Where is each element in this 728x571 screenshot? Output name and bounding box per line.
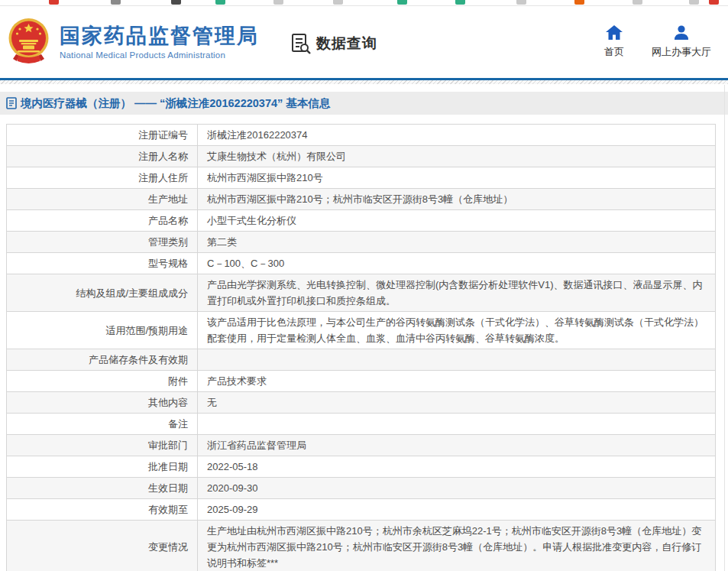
tab-favicon (455, 0, 465, 5)
row-label: 注册证编号 (7, 125, 198, 146)
row-value: 2025-09-29 (198, 499, 716, 521)
data-query-heading: 数据查询 (291, 33, 377, 54)
table-row: 有效期至2025-09-29 (7, 499, 716, 521)
row-value: C－100、C－300 (198, 253, 716, 274)
row-label: 变更情况 (7, 521, 198, 571)
spacer (0, 115, 728, 124)
row-label: 生效日期 (7, 478, 198, 499)
tab-favicon (215, 0, 225, 5)
data-query-label: 数据查询 (316, 34, 377, 54)
info-table-body: 注册证编号浙械注准20162220374注册人名称艾康生物技术（杭州）有限公司注… (7, 125, 716, 571)
table-row: 变更情况生产地址由杭州市西湖区振中路210号；杭州市余杭区芝麻坞22-1号；杭州… (7, 521, 716, 571)
table-row: 注册证编号浙械注准20162220374 (7, 125, 716, 146)
row-label: 其他内容 (7, 392, 198, 414)
row-label: 管理类别 (7, 232, 198, 253)
nmpa-emblem-logo (7, 17, 50, 67)
row-value: 2020-09-30 (198, 478, 716, 499)
row-value: 第二类 (198, 232, 716, 253)
tab-favicon (333, 0, 343, 5)
nav-home-label: 首页 (604, 45, 624, 59)
row-value: 小型干式生化分析仪 (198, 210, 716, 232)
tab-favicon (171, 0, 181, 5)
spacer (0, 84, 728, 92)
row-label: 产品储存条件及有效期 (7, 349, 198, 371)
agency-title-block: 国家药品监督管理局 National Medical Products Admi… (60, 24, 259, 60)
nav-online-hall[interactable]: 网上办事大厅 (652, 25, 711, 59)
table-row: 产品储存条件及有效期 (7, 349, 716, 371)
tab-favicon (516, 0, 526, 5)
home-icon (606, 25, 623, 40)
row-label: 型号规格 (7, 253, 198, 274)
nav-home[interactable]: 首页 (604, 25, 624, 59)
row-value (198, 349, 716, 371)
page-title: 境内医疗器械（注册） —— “浙械注准20162220374” 基本信息 (21, 96, 330, 111)
row-label: 备注 (7, 414, 198, 435)
row-value: 无 (198, 392, 716, 414)
table-row: 注册人住所杭州市西湖区振中路210号 (7, 167, 716, 189)
row-value: 生产地址由杭州市西湖区振中路210号；杭州市余杭区芝麻坞22-1号；杭州市临安区… (198, 521, 716, 571)
tab-favicon (49, 0, 59, 5)
row-value: 杭州市西湖区振中路210号；杭州市临安区开源街8号3幢（仓库地址） (198, 189, 716, 210)
table-row: 备注 (7, 414, 716, 435)
table-row: 审批部门浙江省药品监督管理局 (7, 435, 716, 456)
row-value: 杭州市西湖区振中路210号 (198, 167, 716, 189)
tab-favicon (689, 0, 699, 5)
table-row: 适用范围/预期用途该产品适用于比色法原理，与本公司生产的谷丙转氨酶测试条（干式化… (7, 312, 716, 349)
browser-tab-strip (0, 0, 728, 6)
table-row: 其他内容无 (7, 392, 716, 414)
nav-online-hall-label: 网上办事大厅 (652, 45, 711, 59)
row-label: 结构及组成/主要组成成分 (7, 274, 198, 312)
row-value: 产品技术要求 (198, 371, 716, 392)
registration-info-table: 注册证编号浙械注准20162220374注册人名称艾康生物技术（杭州）有限公司注… (6, 124, 716, 571)
site-header: 国家药品监督管理局 National Medical Products Admi… (0, 6, 728, 78)
row-label: 产品名称 (7, 210, 198, 232)
table-row: 注册人名称艾康生物技术（杭州）有限公司 (7, 146, 716, 167)
page-title-bar: 境内医疗器械（注册） —— “浙械注准20162220374” 基本信息 (0, 92, 728, 115)
tab-favicon (111, 0, 121, 5)
row-label: 审批部门 (7, 435, 198, 456)
user-icon (674, 25, 689, 40)
tab-favicon (397, 0, 407, 5)
row-label: 附件 (7, 371, 198, 392)
document-icon (6, 97, 17, 109)
table-row: 管理类别第二类 (7, 232, 716, 253)
row-value: 艾康生物技术（杭州）有限公司 (198, 146, 716, 167)
table-row: 生产地址杭州市西湖区振中路210号；杭州市临安区开源街8号3幢（仓库地址） (7, 189, 716, 210)
row-label: 适用范围/预期用途 (7, 312, 198, 349)
header-nav: 首页 网上办事大厅 (604, 25, 711, 59)
tab-favicon (709, 0, 719, 5)
table-row: 生效日期2020-09-30 (7, 478, 716, 499)
document-search-icon (291, 33, 312, 54)
row-value: 该产品适用于比色法原理，与本公司生产的谷丙转氨酶测试条（干式化学法）、谷草转氨酶… (198, 312, 716, 349)
row-label: 注册人住所 (7, 167, 198, 189)
scrollbar-edge (724, 85, 725, 571)
agency-name-zh: 国家药品监督管理局 (60, 24, 259, 47)
row-label: 生产地址 (7, 189, 198, 210)
row-label: 批准日期 (7, 456, 198, 478)
row-value: 产品由光学探测系统、光电转换控制、微处理器控制(内含数据分析处理软件V1)、数据… (198, 274, 716, 312)
row-value: 浙江省药品监督管理局 (198, 435, 716, 456)
row-value (198, 414, 716, 435)
row-label: 有效期至 (7, 499, 198, 521)
tab-favicon (574, 0, 584, 5)
table-row: 结构及组成/主要组成成分产品由光学探测系统、光电转换控制、微处理器控制(内含数据… (7, 274, 716, 312)
table-row: 型号规格C－100、C－300 (7, 253, 716, 274)
table-row: 产品名称小型干式生化分析仪 (7, 210, 716, 232)
table-row: 批准日期2022-05-18 (7, 456, 716, 478)
table-row: 附件产品技术要求 (7, 371, 716, 392)
row-label: 注册人名称 (7, 146, 198, 167)
agency-name-en: National Medical Products Administration (60, 50, 259, 60)
tab-favicon (633, 0, 642, 5)
tab-favicon (273, 0, 283, 5)
row-value: 2022-05-18 (198, 456, 716, 478)
row-value: 浙械注准20162220374 (198, 125, 716, 146)
national-emblem-icon (7, 17, 50, 64)
